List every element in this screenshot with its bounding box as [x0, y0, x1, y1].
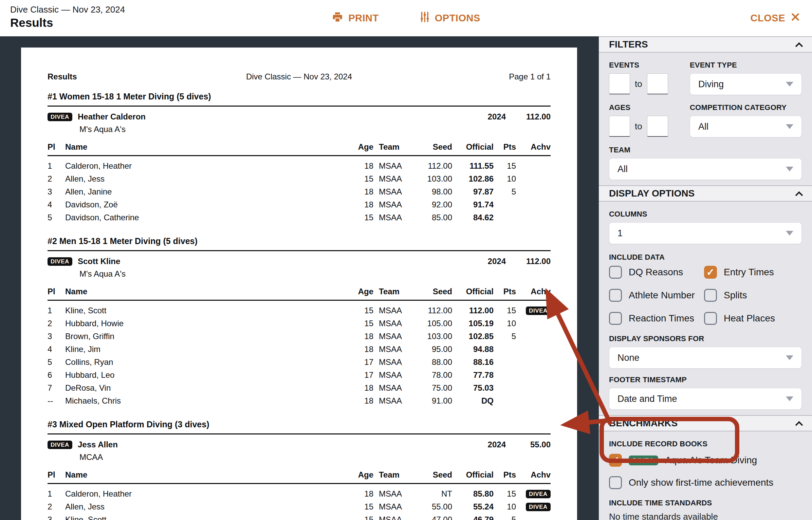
table-cell: 18	[357, 161, 373, 171]
topbar-actions: PRINT OPTIONS	[332, 0, 480, 36]
ages-to-input[interactable]	[647, 116, 668, 137]
print-button[interactable]: PRINT	[332, 11, 379, 25]
record-mark: 112.00	[506, 112, 551, 122]
table-cell: 5	[48, 357, 65, 367]
table-cell: 15	[357, 319, 373, 328]
table-row: 1Kline, Scott15MSAA112.00112.0015DIVEA	[48, 304, 551, 317]
table-cell: 111.55	[452, 161, 494, 171]
events-to-input[interactable]	[647, 73, 668, 94]
team-label: TEAM	[609, 146, 802, 154]
table-cell: 5	[494, 332, 516, 341]
report-page-number: Page 1 of 1	[383, 72, 551, 81]
ages-from-input[interactable]	[609, 116, 630, 137]
table-cell: MSAA	[373, 383, 409, 393]
table-cell: 15	[494, 161, 516, 171]
event-type-value: Diving	[698, 79, 724, 90]
column-header: Official	[452, 287, 494, 296]
first-time-achievements-checkbox-row[interactable]: Only show first-time achievements	[609, 476, 802, 489]
event-type-select[interactable]: Diving	[690, 73, 802, 95]
checkbox-dq-reasons[interactable]: DQ Reasons	[609, 266, 704, 279]
ages-to-label: to	[635, 121, 642, 132]
checkbox-box[interactable]	[609, 476, 622, 489]
options-label: OPTIONS	[435, 13, 480, 24]
table-cell: 18	[357, 345, 373, 354]
column-header: Name	[65, 470, 357, 480]
columns-select[interactable]: 1	[609, 222, 802, 244]
table-cell: Kline, Jim	[65, 345, 357, 354]
column-header: Pl	[48, 142, 65, 152]
page-title: Results	[10, 16, 125, 30]
team-select[interactable]: All	[609, 158, 802, 180]
include-data-label: INCLUDE DATA	[609, 253, 802, 262]
record-book-checkbox-row[interactable]: DIVEA Aqua A's Team Diving	[609, 454, 802, 467]
table-cell: 98.00	[409, 187, 452, 197]
column-header: Pts	[494, 470, 516, 480]
checkbox-box[interactable]	[609, 289, 622, 302]
close-x-icon	[790, 12, 800, 24]
checkbox-box[interactable]	[704, 266, 717, 279]
table-cell: MSAA	[373, 200, 409, 209]
table-cell: 18	[357, 332, 373, 341]
caret-down-icon	[786, 396, 793, 401]
column-header: Achv	[516, 142, 551, 152]
column-header: Name	[65, 142, 357, 152]
footer-timestamp-select[interactable]: Date and Time	[609, 388, 802, 410]
ages-label: AGES	[609, 103, 681, 112]
checkbox-box[interactable]	[704, 312, 717, 325]
event-type-label: EVENT TYPE	[690, 61, 802, 70]
options-button[interactable]: OPTIONS	[420, 11, 480, 25]
benchmarks-section-header[interactable]: BENCHMARKS	[599, 415, 812, 431]
record-year: 2024	[466, 440, 506, 449]
table-cell: Hubbard, Leo	[65, 370, 357, 380]
checkbox-entry-times[interactable]: Entry Times	[704, 266, 802, 279]
table-cell: 2	[48, 502, 65, 512]
results-table-header: PlNameAgeTeamSeedOfficialPtsAchv	[48, 281, 551, 301]
checkbox-box[interactable]	[609, 266, 622, 279]
table-cell: 1	[48, 306, 65, 315]
table-cell: 85.00	[409, 213, 452, 222]
footer-timestamp-label: FOOTER TIMESTAMP	[609, 375, 802, 384]
team-value: All	[617, 164, 628, 174]
table-cell: 15	[494, 306, 516, 315]
competition-category-filter: COMPETITION CATEGORY All	[690, 103, 802, 137]
checkbox-box[interactable]	[704, 289, 717, 302]
table-cell: DQ	[452, 396, 494, 406]
table-cell: 18	[357, 489, 373, 499]
filters-section-header[interactable]: FILTERS	[599, 36, 812, 53]
checkbox-label: DQ Reasons	[629, 267, 683, 278]
checkbox-reaction-times[interactable]: Reaction Times	[609, 312, 704, 325]
record-team: M's Aqua A's	[79, 125, 551, 134]
table-cell: DIVEA	[516, 307, 551, 315]
competition-category-select[interactable]: All	[690, 116, 802, 137]
report-header-left: Results	[48, 72, 215, 81]
close-button[interactable]: CLOSE	[751, 0, 800, 36]
table-cell: 88.16	[452, 357, 494, 367]
table-cell: Collins, Ryan	[65, 357, 357, 367]
checkbox-athlete-number[interactable]: Athlete Number	[609, 289, 704, 302]
record-mark: 55.00	[506, 440, 551, 449]
table-cell: NT	[409, 489, 452, 499]
table-cell: 91.74	[452, 200, 494, 209]
table-cell: Calderon, Heather	[65, 489, 357, 499]
footer-timestamp-value: Date and Time	[617, 394, 677, 404]
include-record-books-label: INCLUDE RECORD BOOKS	[609, 440, 802, 448]
column-header: Achv	[516, 287, 551, 296]
checkbox-box[interactable]	[609, 312, 622, 325]
table-cell: 55.00	[409, 502, 452, 512]
table-cell: 15	[494, 489, 516, 499]
checkbox-box[interactable]	[609, 454, 622, 467]
caret-down-icon	[786, 124, 793, 129]
competition-category-value: All	[698, 122, 708, 132]
table-cell: MSAA	[373, 345, 409, 354]
table-cell: 75.00	[409, 383, 452, 393]
events-from-input[interactable]	[609, 73, 630, 94]
checkbox-heat-places[interactable]: Heat Places	[704, 312, 802, 325]
table-cell: MSAA	[373, 187, 409, 197]
table-cell: DIVEA	[516, 490, 551, 498]
display-options-section-header[interactable]: DISPLAY OPTIONS	[599, 185, 812, 202]
record-mark: 112.00	[506, 257, 551, 266]
event-title: #1 Women 15-18 1 Meter Diving (5 dives)	[48, 92, 551, 107]
display-sponsors-select[interactable]: None	[609, 347, 802, 369]
display-options-title: DISPLAY OPTIONS	[609, 188, 695, 199]
checkbox-splits[interactable]: Splits	[704, 289, 802, 302]
